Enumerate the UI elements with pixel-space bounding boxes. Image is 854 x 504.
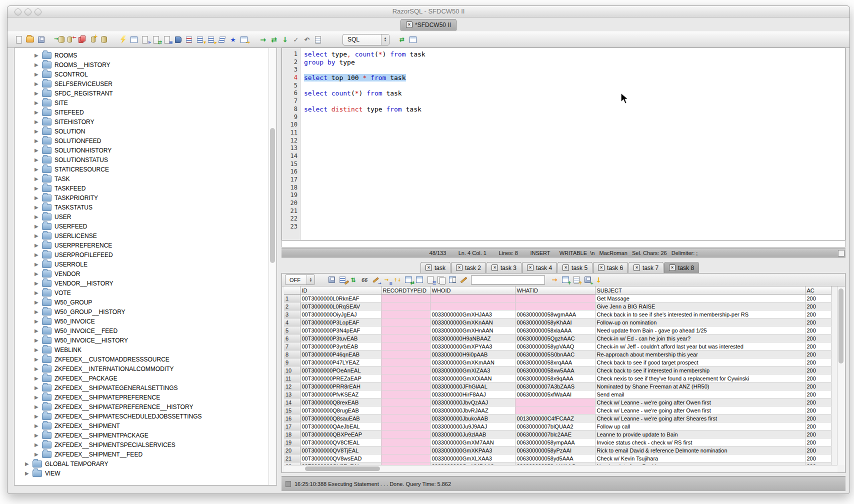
null-cell[interactable]	[381, 390, 430, 398]
table-cell[interactable]: 00T3000000P3tuvEAB	[300, 334, 381, 342]
code-line[interactable]: select top 100 * from task	[304, 74, 845, 82]
table-cell[interactable]: 0033000000GmXHnAAN	[430, 326, 515, 334]
select-stepper-icon[interactable]: ▲▼	[381, 34, 389, 45]
table-cell[interactable]: Need update from Bain - gave go ahead 1/…	[595, 326, 805, 334]
results-table[interactable]: IDRECORDTYPEIDWHOIDWHATIDSUBJECTAC 100T3…	[284, 286, 832, 465]
table-cell[interactable]: 0033000000GmXHJAA3	[430, 310, 515, 318]
row-number-cell[interactable]: 6	[284, 334, 300, 342]
table-cell[interactable]: Check w/ Leanne - we're going after Shea…	[595, 414, 805, 422]
table-cell[interactable]: Check back in to see if she's interested…	[595, 310, 805, 318]
table-cell[interactable]: 00T3000000PfvKSEAZ	[300, 390, 381, 398]
table-row[interactable]: 1700T3000000QAeJbEAL0033000000Ju9J9AAJ00…	[284, 422, 831, 430]
minimize-window-button[interactable]	[24, 8, 32, 16]
table-cell[interactable]: 200	[805, 326, 831, 334]
disclosure-triangle-icon[interactable]: ▶	[34, 414, 39, 419]
sidebar-item-zkfedex-internationalcommodity[interactable]: ▶ZKFEDEX__INTERNATIONALCOMMODITY	[14, 364, 269, 374]
disclosure-triangle-icon[interactable]: ▶	[34, 376, 39, 381]
execute-all-sql-icon[interactable]: »	[140, 34, 150, 44]
table-cell[interactable]: 006300000058ypVAAQ	[515, 342, 595, 350]
edit-table-data-icon[interactable]	[129, 34, 139, 44]
disclosure-triangle-icon[interactable]: ▶	[34, 157, 39, 162]
disclosure-triangle-icon[interactable]: ▶	[34, 138, 39, 144]
sidebar-item-zkfedex-shipmentspecialservices[interactable]: ▶ZKFEDEX__SHIPMENTSPECIALSERVICES	[14, 440, 269, 450]
row-number-cell[interactable]: 3	[284, 310, 300, 318]
table-cell[interactable]: 0033000000GmXKmAAN	[430, 358, 515, 366]
table-cell[interactable]: 006300000058ympAAA	[515, 438, 595, 446]
select-stepper-icon[interactable]: ▲▼	[306, 275, 314, 284]
table-cell[interactable]: Leanne to provide update to Bain	[595, 430, 805, 438]
sidebar-item-global-temporary[interactable]: ▶GLOBAL TEMPORARY	[14, 459, 269, 468]
row-number-cell[interactable]: 16	[284, 414, 300, 422]
code-line[interactable]	[304, 176, 845, 184]
null-cell[interactable]	[515, 294, 595, 302]
table-cell[interactable]: 200	[805, 334, 831, 342]
database-icon[interactable]	[99, 34, 109, 44]
null-cell[interactable]	[381, 366, 430, 374]
sidebar-item-rooms[interactable]: ▶ROOMS	[14, 50, 269, 60]
sidebar-item-selfserviceuser[interactable]: ▶SELFSERVICEUSER	[14, 79, 269, 88]
table-cell[interactable]: Nominated by Shane Freeman at ANZ (HR50)	[595, 382, 805, 390]
code-line[interactable]	[304, 121, 845, 129]
sidebar-item-view[interactable]: ▶VIEW	[14, 468, 269, 478]
tree-scrollbar[interactable]	[268, 48, 276, 485]
table-row[interactable]: 1000T3000000POeAnEAL0033000000GmXIZAA300…	[284, 366, 831, 374]
null-cell[interactable]	[381, 422, 430, 430]
disclosure-triangle-icon[interactable]: ▶	[34, 442, 39, 448]
copy-table-icon[interactable]	[448, 275, 458, 285]
close-tab-icon[interactable]: ×	[527, 264, 534, 271]
disclosure-triangle-icon[interactable]: ▶	[34, 394, 39, 400]
add-to-table-icon[interactable]: +	[560, 275, 570, 285]
row-number-cell[interactable]: 2	[284, 302, 300, 310]
table-cell[interactable]: 200	[805, 430, 831, 438]
null-cell[interactable]	[381, 350, 430, 358]
disclosure-triangle-icon[interactable]: ▶	[34, 385, 39, 390]
results-filter-select[interactable]: OFF ▲▼	[285, 274, 315, 285]
code-line[interactable]	[304, 184, 845, 192]
table-row[interactable]: 800T3000000P46qnEAB0033000000H9i0pAAB006…	[284, 350, 831, 358]
table-cell[interactable]: 00T3000000P3yrbEAB	[300, 342, 381, 350]
table-cell[interactable]: 00T3000000P47LYEAZ	[300, 358, 381, 366]
table-cell[interactable]: 0033000000JFhGlAAL	[430, 382, 515, 390]
null-cell[interactable]	[430, 302, 515, 310]
sql-history-icon[interactable]	[313, 34, 323, 44]
describe-table-icon[interactable]: ≡	[162, 34, 172, 44]
code-line[interactable]	[304, 66, 845, 74]
disclosure-triangle-icon[interactable]: ▶	[34, 52, 39, 58]
code-line[interactable]	[304, 192, 845, 200]
sidebar-item-zkfedex-shipmategeneralsettings[interactable]: ▶ZKFEDEX__SHIPMATEGENERALSETTINGS	[14, 383, 269, 392]
disclosure-triangle-icon[interactable]: ▶	[34, 404, 39, 410]
sidebar-item-task[interactable]: ▶TASK	[14, 174, 269, 184]
column-header-id[interactable]: ID	[300, 286, 381, 294]
table-cell[interactable]: 00T3000000POeAnEAL	[300, 366, 381, 374]
save-changes-icon[interactable]: +	[582, 275, 592, 285]
null-cell[interactable]	[381, 414, 430, 422]
table-cell[interactable]: 0033000000GmXKnAAN	[430, 318, 515, 326]
sidebar-item-solution[interactable]: ▶SOLUTION	[14, 126, 269, 136]
code-line[interactable]: select type, count(*) from task	[304, 50, 845, 58]
table-cell[interactable]: Give Jenn a BIG RAISE	[595, 302, 805, 310]
table-cell[interactable]: 0033000000JbvQzAAJ	[430, 398, 515, 406]
table-cell[interactable]: 0033000000GmXM7AAN	[430, 438, 515, 446]
table-cell[interactable]: 0033000000H9aNBAAZ	[430, 334, 515, 342]
null-cell[interactable]	[381, 382, 430, 390]
table-cell[interactable]: 00T3000000P3N4pEAF	[300, 326, 381, 334]
code-line[interactable]	[304, 200, 845, 208]
table-cell[interactable]: 00630000007blc2AAE	[515, 430, 595, 438]
disclosure-triangle-icon[interactable]: ▶	[34, 300, 39, 305]
table-cell[interactable]: 006300000058x9qAAA	[515, 374, 595, 382]
disclosure-triangle-icon[interactable]: ▶	[34, 423, 39, 428]
sidebar-item-user[interactable]: ▶USER	[14, 212, 269, 222]
export-query-results-icon[interactable]: ⇄	[151, 34, 161, 44]
null-cell[interactable]	[381, 318, 430, 326]
row-number-cell[interactable]: 13	[284, 390, 300, 398]
table-row[interactable]: 700T3000000P3yrbEAB0033000000GmXPYAA3006…	[284, 342, 831, 350]
favorites-icon[interactable]: ★	[228, 34, 238, 44]
result-tab-task-4[interactable]: ×task 4	[522, 262, 557, 273]
table-cell[interactable]: 200	[805, 318, 831, 326]
results-hscrollbar-thumb[interactable]	[305, 466, 380, 471]
convert-sql-icon[interactable]	[217, 34, 227, 44]
sidebar-item-zkfedex-package[interactable]: ▶ZKFEDEX__PACKAGE	[14, 374, 269, 383]
disclosure-triangle-icon[interactable]: ▶	[34, 195, 39, 200]
null-cell[interactable]	[515, 398, 595, 406]
table-cell[interactable]: 200	[805, 398, 831, 406]
